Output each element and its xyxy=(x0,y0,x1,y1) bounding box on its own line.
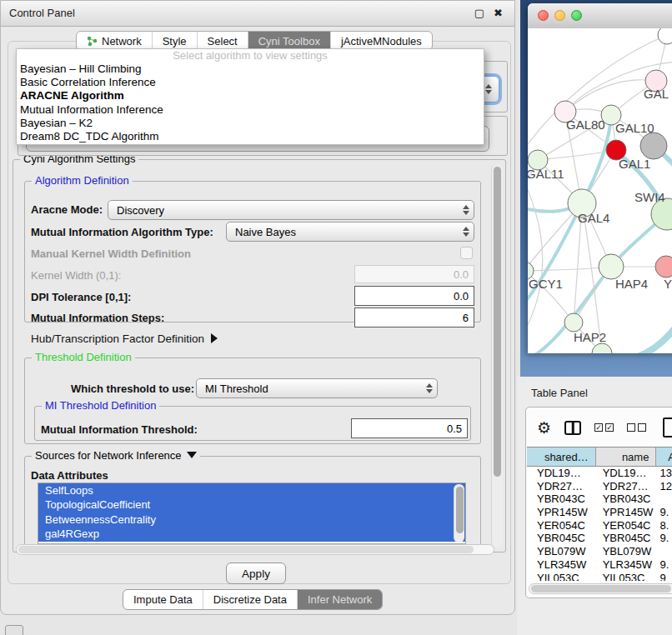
tab-network[interactable]: Network xyxy=(77,32,153,50)
table-cell: YBL079W xyxy=(527,545,596,558)
settings-scrollbar[interactable] xyxy=(491,164,503,548)
attribute-item[interactable]: BetweennessCentrality xyxy=(38,512,465,527)
minimized-panel-chip[interactable] xyxy=(5,625,23,635)
mi-threshold-group-title: MI Threshold Definition xyxy=(42,399,159,412)
table-cell: YIL053C xyxy=(596,572,657,582)
tab-select[interactable]: Select xyxy=(198,32,248,50)
deselect-all-columns-icon[interactable] xyxy=(627,423,646,432)
tab-discretize-data[interactable]: Discretize Data xyxy=(203,590,298,609)
table-cell: YPR145W xyxy=(527,506,596,519)
mac-close-icon[interactable] xyxy=(538,10,549,21)
network-icon xyxy=(87,36,98,47)
aracne-mode-select[interactable]: Discovery xyxy=(108,200,474,220)
attribute-item[interactable]: TopologicalCoefficient xyxy=(38,498,465,512)
column-header-name[interactable]: name xyxy=(596,448,657,466)
mac-zoom-icon[interactable] xyxy=(571,10,582,21)
sources-title-text: Sources for Network Inference xyxy=(35,449,182,462)
combo-spinner-icon xyxy=(459,205,474,215)
tab-cyni-toolbox[interactable]: Cyni Toolbox xyxy=(248,32,331,50)
table-row[interactable]: YER054CYER054C8. xyxy=(527,519,672,532)
node-hap2[interactable] xyxy=(564,313,583,332)
algorithm-definition-title: Algorithm Definition xyxy=(32,174,133,187)
table-cell: YPR145W xyxy=(596,506,657,519)
node-label: GAL4 xyxy=(578,211,609,225)
network-graph: GALGAL80GAL10GAL1GAL11SWI4GAL4GCY1HAP4YH… xyxy=(528,28,672,353)
data-attributes-list[interactable]: SelfLoopsTopologicalCoefficientBetweenne… xyxy=(38,482,466,544)
node-table[interactable]: shared…nameA YDL19…YDL19…13YDR27…YDR27…1… xyxy=(527,447,672,581)
dropdown-items: Bayesian – Hill ClimbingBasic Correlatio… xyxy=(17,62,484,143)
table-cell: YLR345W xyxy=(596,558,657,572)
apply-button[interactable]: Apply xyxy=(226,562,286,584)
network-canvas[interactable]: GALGAL80GAL10GAL1GAL11SWI4GAL4GCY1HAP4YH… xyxy=(528,28,672,353)
table-cell: YIL053C xyxy=(527,572,596,582)
algorithm-option[interactable]: Mutual Information Inference xyxy=(17,103,484,117)
manual-kernel-width-checkbox[interactable] xyxy=(460,247,473,259)
table-cell xyxy=(657,492,672,506)
table-cell: 9 xyxy=(657,572,672,582)
mac-minimize-icon[interactable] xyxy=(554,10,565,21)
sources-group-title[interactable]: Sources for Network Inference xyxy=(32,449,200,462)
algorithm-option[interactable]: Bayesian – Hill Climbing xyxy=(17,62,484,76)
table-row[interactable]: YDR27…YDR27…12 xyxy=(527,480,672,493)
node-label: GAL11 xyxy=(528,167,564,181)
tab-jactivemnodules[interactable]: jActiveMNodules xyxy=(331,32,432,50)
dpi-tolerance-field[interactable]: 0.0 xyxy=(354,286,474,306)
node-hap4[interactable] xyxy=(599,254,624,279)
attribute-item[interactable]: SelfLoops xyxy=(38,483,465,498)
close-window-icon[interactable]: ✖ xyxy=(494,7,503,19)
export-table-icon[interactable] xyxy=(663,418,672,438)
algorithm-option[interactable]: Basic Correlation Inference xyxy=(17,76,484,89)
dropdown-prompt: Select algorithm to view settings xyxy=(17,49,484,62)
screen: Control Panel ▢ ✖ NetworkStyleSelectCyni… xyxy=(0,0,672,635)
tab-label: Cyni Toolbox xyxy=(258,35,320,48)
table-hscrollbar[interactable] xyxy=(529,583,672,594)
table-row[interactable]: YBL079WYBL079W xyxy=(527,545,672,558)
attribute-item[interactable]: gal4RGexp xyxy=(38,527,465,541)
mi-steps-field[interactable]: 6 xyxy=(354,308,474,328)
table-row[interactable]: YDL19…YDL19…13 xyxy=(527,467,672,480)
table-cell: 12 xyxy=(657,480,672,493)
cyni-mode-tabs: Impute DataDiscretize DataInfer Network xyxy=(123,589,383,610)
table-row[interactable]: YLR345WYLR345W9. xyxy=(527,558,672,572)
attributes-list-scrollbar[interactable] xyxy=(454,484,464,542)
tab-impute-data[interactable]: Impute Data xyxy=(123,590,203,609)
float-window-icon[interactable]: ▢ xyxy=(474,7,484,19)
combo-spinner-icon xyxy=(459,227,474,237)
table-cell: YER054C xyxy=(527,519,596,532)
algorithm-option[interactable]: Bayesian – K2 xyxy=(17,117,484,130)
which-threshold-select[interactable]: MI Threshold xyxy=(196,378,438,398)
table-row[interactable]: YIL053CYIL053C9 xyxy=(527,572,672,582)
node-label: GAL80 xyxy=(566,118,605,132)
algorithm-option[interactable]: ARACNE Algorithm xyxy=(17,89,484,102)
tab-infer-network[interactable]: Infer Network xyxy=(298,590,382,609)
expanded-arrow-icon xyxy=(187,452,197,458)
table-cell: YER054C xyxy=(596,519,657,532)
column-header-a[interactable]: A xyxy=(656,448,672,466)
table-cell: 13 xyxy=(657,467,672,480)
table-cell: YDR27… xyxy=(596,480,657,493)
mi-threshold-field[interactable]: 0.5 xyxy=(351,418,468,438)
column-header-shared[interactable]: shared… xyxy=(527,448,596,466)
table-row[interactable]: YBR045CYBR045C9. xyxy=(527,532,672,545)
column-layout-icon[interactable] xyxy=(564,421,581,435)
combo-spinner-icon xyxy=(422,383,437,393)
node-label: HAP4 xyxy=(615,277,648,291)
hub-definition-toggle[interactable]: Hub/Transcription Factor Definition xyxy=(31,332,218,345)
node-label: Y xyxy=(664,277,672,291)
algorithm-option[interactable]: Dream8 DC_TDC Algorithm xyxy=(17,130,484,143)
settings-hscrollbar[interactable] xyxy=(16,544,494,555)
mi-algorithm-type-select[interactable]: Naive Bayes xyxy=(226,222,474,242)
tab-label: jActiveMNodules xyxy=(341,35,422,48)
node[interactable] xyxy=(640,132,667,159)
node-y[interactable] xyxy=(655,256,672,278)
select-all-columns-icon[interactable]: ✓✓ xyxy=(594,423,614,432)
tab-style[interactable]: Style xyxy=(153,32,198,50)
gear-icon[interactable]: ⚙ xyxy=(537,418,551,438)
node[interactable] xyxy=(592,343,612,353)
manual-kernel-width-label: Manual Kernel Width Definition xyxy=(31,248,191,260)
table-cell: 9. xyxy=(657,558,672,572)
table-toolbar: ⚙ ✓✓ xyxy=(527,408,672,447)
table-row[interactable]: YPR145WYPR145W9. xyxy=(527,506,672,519)
table-row[interactable]: YBR043CYBR043C xyxy=(527,492,672,506)
node[interactable] xyxy=(658,28,672,44)
